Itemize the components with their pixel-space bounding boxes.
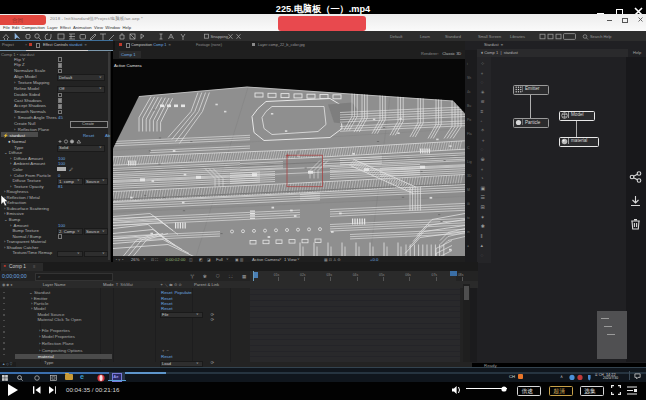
svg-text:Small Screen: Small Screen [478, 34, 501, 39]
svg-text:Default: Default [390, 34, 403, 39]
svg-text:Learn: Learn [420, 34, 430, 39]
svg-text:Snapping: Snapping [211, 34, 229, 39]
svg-text:Libraries: Libraries [510, 34, 525, 39]
svg-text:Standard: Standard [445, 34, 461, 39]
svg-text:Search Help: Search Help [590, 34, 611, 39]
